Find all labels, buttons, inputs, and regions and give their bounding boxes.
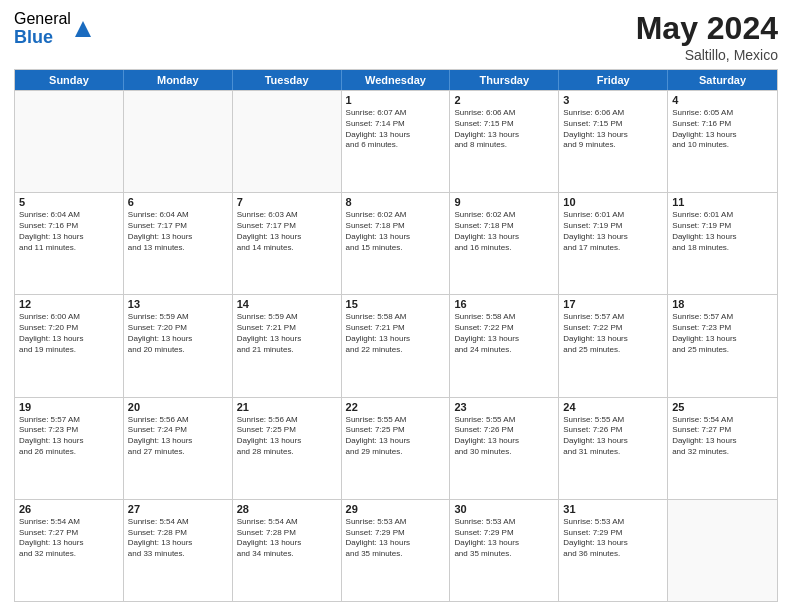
day-cell-5: 5Sunrise: 6:04 AM Sunset: 7:16 PM Daylig… <box>15 193 124 294</box>
calendar: SundayMondayTuesdayWednesdayThursdayFrid… <box>14 69 778 602</box>
cell-info: Sunrise: 6:04 AM Sunset: 7:17 PM Dayligh… <box>128 210 228 253</box>
day-number: 13 <box>128 298 228 310</box>
cell-info: Sunrise: 6:01 AM Sunset: 7:19 PM Dayligh… <box>563 210 663 253</box>
cell-info: Sunrise: 5:56 AM Sunset: 7:25 PM Dayligh… <box>237 415 337 458</box>
day-cell-26: 26Sunrise: 5:54 AM Sunset: 7:27 PM Dayli… <box>15 500 124 601</box>
header: General Blue May 2024 Saltillo, Mexico <box>14 10 778 63</box>
svg-marker-0 <box>75 21 91 37</box>
header-day-saturday: Saturday <box>668 70 777 90</box>
day-cell-28: 28Sunrise: 5:54 AM Sunset: 7:28 PM Dayli… <box>233 500 342 601</box>
day-cell-31: 31Sunrise: 5:53 AM Sunset: 7:29 PM Dayli… <box>559 500 668 601</box>
day-number: 19 <box>19 401 119 413</box>
day-cell-9: 9Sunrise: 6:02 AM Sunset: 7:18 PM Daylig… <box>450 193 559 294</box>
day-cell-10: 10Sunrise: 6:01 AM Sunset: 7:19 PM Dayli… <box>559 193 668 294</box>
day-cell-6: 6Sunrise: 6:04 AM Sunset: 7:17 PM Daylig… <box>124 193 233 294</box>
day-number: 2 <box>454 94 554 106</box>
logo-general: General <box>14 10 71 28</box>
week-row-1: 1Sunrise: 6:07 AM Sunset: 7:14 PM Daylig… <box>15 90 777 192</box>
week-row-3: 12Sunrise: 6:00 AM Sunset: 7:20 PM Dayli… <box>15 294 777 396</box>
day-number: 9 <box>454 196 554 208</box>
cell-info: Sunrise: 5:53 AM Sunset: 7:29 PM Dayligh… <box>454 517 554 560</box>
cell-info: Sunrise: 6:02 AM Sunset: 7:18 PM Dayligh… <box>346 210 446 253</box>
day-cell-7: 7Sunrise: 6:03 AM Sunset: 7:17 PM Daylig… <box>233 193 342 294</box>
empty-cell <box>15 91 124 192</box>
day-cell-22: 22Sunrise: 5:55 AM Sunset: 7:25 PM Dayli… <box>342 398 451 499</box>
day-cell-11: 11Sunrise: 6:01 AM Sunset: 7:19 PM Dayli… <box>668 193 777 294</box>
day-cell-23: 23Sunrise: 5:55 AM Sunset: 7:26 PM Dayli… <box>450 398 559 499</box>
day-number: 29 <box>346 503 446 515</box>
cell-info: Sunrise: 5:56 AM Sunset: 7:24 PM Dayligh… <box>128 415 228 458</box>
cell-info: Sunrise: 6:06 AM Sunset: 7:15 PM Dayligh… <box>563 108 663 151</box>
day-number: 21 <box>237 401 337 413</box>
day-number: 1 <box>346 94 446 106</box>
day-cell-13: 13Sunrise: 5:59 AM Sunset: 7:20 PM Dayli… <box>124 295 233 396</box>
day-number: 23 <box>454 401 554 413</box>
logo-icon <box>73 19 93 39</box>
cell-info: Sunrise: 6:00 AM Sunset: 7:20 PM Dayligh… <box>19 312 119 355</box>
cell-info: Sunrise: 6:01 AM Sunset: 7:19 PM Dayligh… <box>672 210 773 253</box>
day-number: 18 <box>672 298 773 310</box>
day-number: 15 <box>346 298 446 310</box>
cell-info: Sunrise: 6:02 AM Sunset: 7:18 PM Dayligh… <box>454 210 554 253</box>
cell-info: Sunrise: 5:54 AM Sunset: 7:28 PM Dayligh… <box>128 517 228 560</box>
cell-info: Sunrise: 6:03 AM Sunset: 7:17 PM Dayligh… <box>237 210 337 253</box>
day-number: 4 <box>672 94 773 106</box>
cell-info: Sunrise: 5:53 AM Sunset: 7:29 PM Dayligh… <box>346 517 446 560</box>
day-number: 10 <box>563 196 663 208</box>
day-cell-8: 8Sunrise: 6:02 AM Sunset: 7:18 PM Daylig… <box>342 193 451 294</box>
cell-info: Sunrise: 5:57 AM Sunset: 7:23 PM Dayligh… <box>672 312 773 355</box>
day-number: 26 <box>19 503 119 515</box>
day-number: 3 <box>563 94 663 106</box>
empty-cell <box>124 91 233 192</box>
header-day-tuesday: Tuesday <box>233 70 342 90</box>
cell-info: Sunrise: 5:59 AM Sunset: 7:20 PM Dayligh… <box>128 312 228 355</box>
day-cell-19: 19Sunrise: 5:57 AM Sunset: 7:23 PM Dayli… <box>15 398 124 499</box>
empty-cell <box>668 500 777 601</box>
day-number: 31 <box>563 503 663 515</box>
cell-info: Sunrise: 5:58 AM Sunset: 7:21 PM Dayligh… <box>346 312 446 355</box>
day-number: 16 <box>454 298 554 310</box>
cell-info: Sunrise: 5:57 AM Sunset: 7:22 PM Dayligh… <box>563 312 663 355</box>
cell-info: Sunrise: 5:55 AM Sunset: 7:26 PM Dayligh… <box>454 415 554 458</box>
calendar-title: May 2024 <box>636 10 778 47</box>
cell-info: Sunrise: 5:55 AM Sunset: 7:26 PM Dayligh… <box>563 415 663 458</box>
day-cell-29: 29Sunrise: 5:53 AM Sunset: 7:29 PM Dayli… <box>342 500 451 601</box>
day-cell-21: 21Sunrise: 5:56 AM Sunset: 7:25 PM Dayli… <box>233 398 342 499</box>
header-day-friday: Friday <box>559 70 668 90</box>
day-cell-30: 30Sunrise: 5:53 AM Sunset: 7:29 PM Dayli… <box>450 500 559 601</box>
week-row-4: 19Sunrise: 5:57 AM Sunset: 7:23 PM Dayli… <box>15 397 777 499</box>
cell-info: Sunrise: 6:05 AM Sunset: 7:16 PM Dayligh… <box>672 108 773 151</box>
cell-info: Sunrise: 5:54 AM Sunset: 7:27 PM Dayligh… <box>672 415 773 458</box>
day-number: 14 <box>237 298 337 310</box>
title-block: May 2024 Saltillo, Mexico <box>636 10 778 63</box>
day-number: 7 <box>237 196 337 208</box>
cell-info: Sunrise: 6:06 AM Sunset: 7:15 PM Dayligh… <box>454 108 554 151</box>
day-number: 30 <box>454 503 554 515</box>
cell-info: Sunrise: 6:07 AM Sunset: 7:14 PM Dayligh… <box>346 108 446 151</box>
day-number: 6 <box>128 196 228 208</box>
day-cell-15: 15Sunrise: 5:58 AM Sunset: 7:21 PM Dayli… <box>342 295 451 396</box>
day-number: 11 <box>672 196 773 208</box>
day-cell-24: 24Sunrise: 5:55 AM Sunset: 7:26 PM Dayli… <box>559 398 668 499</box>
day-number: 5 <box>19 196 119 208</box>
day-cell-2: 2Sunrise: 6:06 AM Sunset: 7:15 PM Daylig… <box>450 91 559 192</box>
calendar-subtitle: Saltillo, Mexico <box>636 47 778 63</box>
cell-info: Sunrise: 5:59 AM Sunset: 7:21 PM Dayligh… <box>237 312 337 355</box>
week-row-2: 5Sunrise: 6:04 AM Sunset: 7:16 PM Daylig… <box>15 192 777 294</box>
logo: General Blue <box>14 10 93 47</box>
cell-info: Sunrise: 5:57 AM Sunset: 7:23 PM Dayligh… <box>19 415 119 458</box>
day-cell-1: 1Sunrise: 6:07 AM Sunset: 7:14 PM Daylig… <box>342 91 451 192</box>
cell-info: Sunrise: 6:04 AM Sunset: 7:16 PM Dayligh… <box>19 210 119 253</box>
header-day-sunday: Sunday <box>15 70 124 90</box>
week-row-5: 26Sunrise: 5:54 AM Sunset: 7:27 PM Dayli… <box>15 499 777 601</box>
day-number: 27 <box>128 503 228 515</box>
day-cell-20: 20Sunrise: 5:56 AM Sunset: 7:24 PM Dayli… <box>124 398 233 499</box>
empty-cell <box>233 91 342 192</box>
cell-info: Sunrise: 5:54 AM Sunset: 7:28 PM Dayligh… <box>237 517 337 560</box>
header-day-monday: Monday <box>124 70 233 90</box>
day-number: 20 <box>128 401 228 413</box>
day-cell-27: 27Sunrise: 5:54 AM Sunset: 7:28 PM Dayli… <box>124 500 233 601</box>
day-cell-16: 16Sunrise: 5:58 AM Sunset: 7:22 PM Dayli… <box>450 295 559 396</box>
logo-blue: Blue <box>14 28 71 48</box>
calendar-body: 1Sunrise: 6:07 AM Sunset: 7:14 PM Daylig… <box>15 90 777 601</box>
